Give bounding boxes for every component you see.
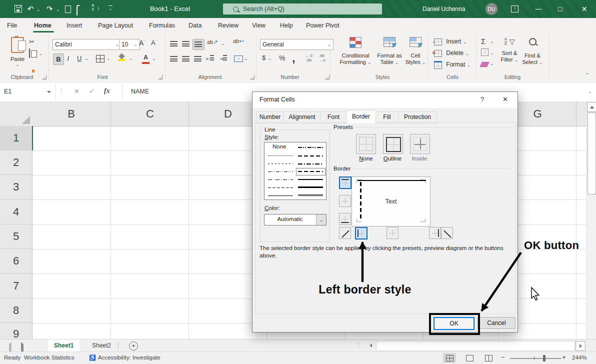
line-style-dashed-medium2-icon[interactable]: [298, 156, 323, 156]
italic-button[interactable]: I: [67, 54, 69, 62]
redo-dropdown-icon[interactable]: ⌄: [56, 7, 60, 12]
comma-style-icon[interactable]: ,: [292, 51, 296, 65]
vertical-scrollbar[interactable]: [586, 102, 596, 350]
avatar[interactable]: DU: [486, 3, 498, 15]
conditional-formatting-button[interactable]: Conditional Formatting ⌄: [338, 37, 373, 66]
grow-font-button[interactable]: Aˆ: [139, 39, 145, 47]
open-folder-icon[interactable]: [76, 6, 78, 16]
row-header-1[interactable]: 1: [0, 126, 33, 150]
align-center-icon[interactable]: [182, 56, 190, 62]
format-cells-button[interactable]: Format ⌄: [434, 61, 470, 69]
tab-power-pivot[interactable]: Power Pivot: [306, 18, 340, 33]
increase-decimal-icon[interactable]: ←.0.00: [305, 54, 312, 62]
row-header-8[interactable]: 8: [0, 298, 32, 323]
zoom-slider-thumb[interactable]: [543, 355, 546, 362]
line-style-dotted-icon[interactable]: [268, 164, 293, 164]
line-style-dashed-medium-icon-selected[interactable]: [298, 171, 323, 172]
expand-formula-bar-icon[interactable]: ⌄: [588, 89, 592, 94]
vertical-scroll-thumb[interactable]: [588, 112, 596, 194]
line-style-solid-thick-icon[interactable]: [298, 186, 323, 188]
dialog-tab-border[interactable]: Border: [346, 110, 376, 124]
maximize-button[interactable]: □: [550, 0, 570, 18]
clipboard-launcher-icon[interactable]: [42, 75, 46, 80]
line-style-dash-dot-dot-medium-icon[interactable]: [298, 147, 323, 148]
find-select-button[interactable]: Find & Select ⌄: [522, 37, 543, 66]
autosum-dropdown-icon[interactable]: ⌄: [490, 39, 494, 44]
color-dropdown[interactable]: Automatic ⌄: [264, 214, 326, 226]
insert-cells-button[interactable]: ← Insert ⌄: [434, 38, 466, 46]
row-header-7[interactable]: 7: [0, 274, 32, 298]
select-all-corner[interactable]: [0, 102, 32, 126]
number-launcher-icon[interactable]: [325, 75, 330, 80]
align-middle-icon[interactable]: [182, 41, 190, 46]
zoom-slider-track[interactable]: [510, 358, 561, 359]
dialog-help-icon[interactable]: ?: [480, 96, 484, 103]
undo-dropdown-icon[interactable]: ⌄: [36, 7, 40, 12]
fill-icon[interactable]: ↓: [481, 48, 488, 56]
column-header-B[interactable]: B: [32, 102, 110, 126]
row-header-9[interactable]: 9: [0, 323, 32, 339]
currency-dropdown-icon[interactable]: ⌄: [268, 56, 272, 61]
tab-insert[interactable]: Insert: [66, 18, 82, 33]
fill-color-dropdown-icon[interactable]: ⌄: [129, 56, 133, 61]
cancel-entry-icon[interactable]: ✕: [74, 88, 80, 95]
line-style-double-icon[interactable]: [298, 194, 323, 196]
number-format-select[interactable]: General ⌄: [260, 39, 334, 50]
redo-icon[interactable]: ↷: [44, 0, 55, 18]
clear-icon[interactable]: [480, 62, 490, 67]
underline-dropdown-icon[interactable]: ⌄: [85, 56, 89, 61]
borders-icon[interactable]: [96, 55, 104, 62]
format-as-table-button[interactable]: Format as Table ⌄: [374, 37, 405, 66]
tab-page-layout[interactable]: Page Layout: [98, 18, 133, 33]
undo-icon[interactable]: ↶: [25, 0, 36, 18]
line-style-solid-thin-icon[interactable]: [268, 196, 293, 196]
orientation-dropdown-icon[interactable]: ⌄: [221, 41, 225, 46]
tab-review[interactable]: Review: [218, 18, 238, 33]
border-preview[interactable]: Text: [352, 176, 430, 226]
line-style-dash-dot-dot-icon[interactable]: [268, 172, 293, 172]
enter-entry-icon[interactable]: ✓: [89, 88, 94, 95]
font-size-select[interactable]: 10 ⌄: [119, 39, 140, 50]
search-box[interactable]: Search (Alt+Q): [223, 4, 382, 14]
formula-bar-splitter[interactable]: ⋮: [58, 87, 64, 94]
border-left-button[interactable]: [355, 227, 368, 240]
sort-filter-button[interactable]: AZ ▽ Sort & Filter ⌄: [499, 37, 520, 64]
zoom-in-icon[interactable]: +: [562, 354, 566, 361]
page-break-view-button[interactable]: [482, 353, 495, 363]
merge-dropdown-icon[interactable]: ⌄: [244, 56, 248, 61]
minimize-button[interactable]: —: [528, 0, 548, 18]
accessibility-status[interactable]: Accessibility: Investigate: [98, 354, 160, 360]
wrap-text-icon[interactable]: ab↩: [233, 38, 244, 44]
column-header-C[interactable]: C: [110, 102, 189, 126]
paste-button[interactable]: Paste ⌄: [8, 37, 27, 68]
align-left-icon[interactable]: [170, 56, 178, 62]
dialog-close-icon[interactable]: ✕: [502, 96, 508, 103]
name-box-dropdown-icon[interactable]: [47, 91, 51, 93]
fill-color-icon[interactable]: [118, 54, 126, 61]
borders-dropdown-icon[interactable]: ⌄: [106, 56, 110, 61]
row-header-3[interactable]: 3: [0, 175, 32, 200]
tab-scroll-splitter[interactable]: ⋮: [356, 342, 362, 348]
line-style-solid-medium-icon[interactable]: [298, 179, 323, 180]
horizontal-scroll-thumb[interactable]: [376, 341, 575, 351]
tab-help[interactable]: Help: [280, 18, 293, 33]
shrink-font-button[interactable]: Aˇ: [151, 39, 156, 46]
line-style-none[interactable]: None: [272, 144, 286, 150]
border-top-button[interactable]: [339, 176, 352, 189]
tab-file[interactable]: File: [7, 18, 17, 33]
name-box[interactable]: E1: [0, 83, 56, 101]
tab-formulas[interactable]: Formulas: [149, 18, 175, 33]
hscroll-right-button[interactable]: [576, 341, 586, 351]
user-name[interactable]: Daniel Uchenna: [422, 0, 465, 18]
ribbon-display-options-icon[interactable]: ↑: [511, 6, 518, 12]
align-right-icon[interactable]: [194, 56, 202, 62]
sort-az-icon[interactable]: AZ: [92, 4, 94, 12]
delete-cells-button[interactable]: ✕ Delete ⌄: [434, 50, 469, 57]
align-top-icon[interactable]: [170, 41, 178, 46]
line-style-dotted-fine-icon[interactable]: [268, 156, 293, 156]
sheet-tab-sheet1[interactable]: Sheet1: [48, 340, 80, 352]
cell-styles-button[interactable]: Cell Styles ⌄: [404, 37, 427, 66]
normal-view-button[interactable]: [443, 353, 456, 363]
new-file-icon[interactable]: [65, 6, 71, 13]
formula-content[interactable]: NAME: [131, 88, 149, 95]
